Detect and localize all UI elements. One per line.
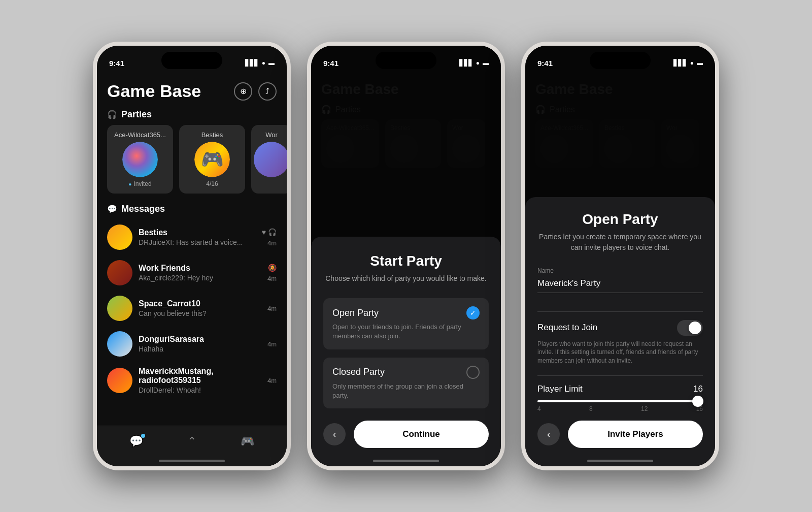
parties-scroll[interactable]: Ace-Wildcat365... ● Invited Besties 🎮 [97,123,287,200]
home-bar-1 [159,460,225,462]
message-item-1[interactable]: Work Friends Aka_circle229: Hey hey 🔕 4m [97,255,287,291]
messages-icon-1: 💬 [107,204,117,214]
phone1-content: Game Base ⊕ ⤴ 🎧 Parties Ace-Wild [97,46,287,466]
msg-avatar-3 [107,331,132,357]
msg-preview-4: DrollDerrel: Whoah! [139,386,261,394]
messages-list: Besties DRJuiceXI: Has started a voice..… [97,217,287,401]
message-item-2[interactable]: Space_Carrot10 Can you believe this? 4m [97,291,287,326]
msg-avatar-2 [107,296,132,321]
open-party-radio-selected[interactable]: ✓ [466,306,480,319]
parties-section-label: 🎧 Parties [97,105,287,123]
screen-1: 9:41 ▋▋▋ ● ▬ Game Base ⊕ ⤴ [97,46,287,466]
msg-icons-1: 🔕 [268,264,277,272]
msg-meta-4: 4m [267,377,277,385]
nav-games-btn[interactable]: 🎮 [241,435,254,448]
name-input[interactable] [537,276,703,293]
back-chevron-icon-2: ‹ [333,429,336,440]
nav-games-icon: 🎮 [241,435,254,447]
app-header-1: Game Base ⊕ ⤴ [97,75,287,105]
msg-name-0: Besties [139,228,256,237]
status-icons-2: ▋▋▋ ● ▬ [459,59,489,67]
msg-meta-2: 4m [267,305,277,312]
divider-1 [537,311,703,312]
globe-btn-1[interactable]: ⊕ [234,82,252,101]
party-avatar-1: 🎮 [194,142,230,177]
msg-icons-0: ♥ 🎧 [262,228,277,236]
screen-3: 9:41 ▋▋▋ ● ▬ Game Base 🎧 Parties Ace-Wil… [525,46,715,466]
open-party-option-desc: Open to your friends to join. Friends of… [332,323,480,341]
slider-fill [537,400,703,402]
start-party-modal: Start Party Choose which kind of party y… [311,237,501,466]
party-card-title-1: Besties [185,131,239,139]
invite-players-btn[interactable]: Invite Players [568,421,703,448]
player-limit-label: Player Limit [537,384,583,394]
msg-info-3: DonguriSarasara Hahaha [139,335,261,353]
back-btn-3[interactable]: ‹ [537,423,560,445]
time-1: 9:41 [109,59,124,68]
party-status-text-1: 4/16 [206,180,218,187]
open-party-modal-overlay: Open Party Parties let you create a temp… [525,46,715,466]
closed-party-option[interactable]: Closed Party Only members of the group c… [323,358,489,408]
phone-2: 9:41 ▋▋▋ ● ▬ Game Base 🎧 Parties Ace-Wil… [307,42,505,470]
player-limit-row: Player Limit 16 [537,384,703,394]
nav-chevron-icon: ⌃ [187,435,196,447]
slider-thumb[interactable] [692,396,703,407]
globe-icon-1: ⊕ [240,86,247,96]
msg-avatar-1 [107,260,132,285]
open-party-option[interactable]: Open Party ✓ Open to your friends to joi… [323,298,489,349]
app-title-1: Game Base [107,81,201,101]
battery-icon-1: ▬ [268,59,275,67]
player-limit-value: 16 [693,384,703,394]
phone-1: 9:41 ▋▋▋ ● ▬ Game Base ⊕ ⤴ [93,42,291,470]
signal-icon-3: ▋▋▋ [673,59,687,67]
msg-preview-0: DRJuiceXI: Has started a voice... [139,238,256,246]
headset-msg-icon-0: 🎧 [268,228,277,236]
status-icons-1: ▋▋▋ ● ▬ [245,59,275,67]
message-item-3[interactable]: DonguriSarasara Hahaha 4m [97,326,287,362]
invite-players-label: Invite Players [607,429,663,439]
closed-party-radio[interactable] [466,366,480,379]
party-avatar-0 [122,142,158,177]
party-card-2[interactable]: Wor [251,125,287,194]
modal-bottom-3: ‹ Invite Players [537,421,703,448]
msg-name-2: Space_Carrot10 [139,299,261,308]
open-party-subtitle: Parties let you create a temporary space… [537,232,703,253]
slider-marks: 4 8 12 16 [537,405,703,412]
continue-btn[interactable]: Continue [354,421,489,448]
battery-icon-2: ▬ [483,59,489,67]
time-2: 9:41 [323,59,339,68]
msg-time-4: 4m [267,377,277,385]
nav-dot [141,434,145,438]
toggle-knob [689,322,701,334]
signal-icon-2: ▋▋▋ [459,59,473,67]
request-to-join-desc: Players who want to join this party will… [537,340,703,365]
start-party-subtitle: Choose which kind of party you would lik… [323,273,489,284]
back-btn-2[interactable]: ‹ [323,423,346,445]
msg-time-3: 4m [267,340,277,348]
nav-messages-btn[interactable]: 💬 [129,435,143,448]
request-to-join-row: Request to Join [537,320,703,336]
slider-mark-8: 8 [589,405,593,412]
invited-dot-0: ● [128,181,131,187]
nav-home-btn[interactable]: ⌃ [187,435,196,448]
player-limit-slider[interactable]: 4 8 12 16 [537,400,703,412]
msg-avatar-4 [107,368,132,393]
share-btn-1[interactable]: ⤴ [258,82,277,101]
party-status-1: 4/16 [206,180,218,187]
divider-2 [537,375,703,376]
request-to-join-toggle[interactable] [677,320,703,336]
msg-name-1: Work Friends [139,264,261,273]
party-avatar-img-0 [122,142,158,177]
party-card-0[interactable]: Ace-Wildcat365... ● Invited [107,125,173,194]
msg-info-2: Space_Carrot10 Can you believe this? [139,299,261,317]
party-card-1[interactable]: Besties 🎮 4/16 [179,125,245,194]
parties-label-text: Parties [121,109,152,120]
slider-track [537,400,703,402]
dynamic-island-3 [590,52,651,69]
message-item-4[interactable]: MaverickxMustang, radiofoot359315 DrollD… [97,362,287,399]
time-3: 9:41 [537,59,553,68]
party-avatar-2 [254,142,287,177]
msg-meta-0: ♥ 🎧 4m [262,228,277,247]
message-item-0[interactable]: Besties DRJuiceXI: Has started a voice..… [97,219,287,255]
name-field-label: Name [537,267,703,274]
